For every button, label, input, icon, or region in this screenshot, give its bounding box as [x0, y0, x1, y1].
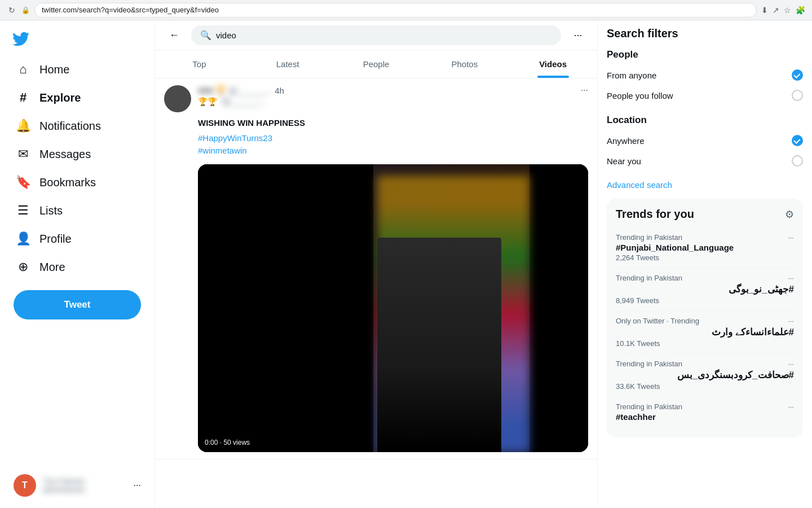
video-person-silhouette: [377, 238, 501, 452]
bookmark-star-icon[interactable]: ☆: [784, 6, 791, 15]
people-filter-title: People: [607, 49, 803, 60]
advanced-search-link[interactable]: Advanced search: [607, 180, 803, 190]
sidebar-item-notifications[interactable]: 🔔 Notifications: [7, 112, 148, 140]
trend-3-more[interactable]: ···: [788, 317, 794, 325]
tweet-extra-row: 🏆🏆 @______...: [198, 97, 574, 107]
people-filter-section: People From anyone People you follow: [607, 49, 803, 106]
tab-top[interactable]: Top: [155, 50, 244, 78]
radio-near-you[interactable]: [792, 155, 803, 167]
envelope-icon: ✉: [16, 147, 30, 161]
browser-actions: ⬇ ↗ ☆ 🧩: [761, 6, 805, 15]
back-button[interactable]: ←: [164, 25, 184, 45]
tweet-hashtags: #HappyWinTurns23 #winmetawin: [198, 132, 588, 157]
hashtag-2[interactable]: #winmetawin: [198, 146, 247, 155]
filter-people-you-follow-label: People you follow: [607, 91, 673, 100]
account-switcher-dots: ···: [134, 480, 141, 491]
trend-item-4[interactable]: Trending in Pakistan ··· #صحافت_کرودبسنگ…: [616, 354, 794, 397]
search-icon: 🔍: [200, 30, 211, 41]
trend-5-name: #teachher: [616, 412, 794, 422]
video-overlay-left: [198, 164, 373, 452]
tweet-button[interactable]: Tweet: [14, 290, 141, 319]
trend-item-3[interactable]: Only on Twitter · Trending ··· #علماءانس…: [616, 311, 794, 354]
trend-1-name: #Punjabi_National_Language: [616, 243, 794, 252]
browser-bar: ↻ 🔒 twitter.com/search?q=video&src=typed…: [0, 0, 812, 20]
sidebar-label-bookmarks: Bookmarks: [39, 176, 96, 189]
trend-5-more[interactable]: ···: [788, 402, 794, 411]
home-icon: ⌂: [16, 62, 30, 77]
twitter-logo[interactable]: [7, 25, 35, 53]
radio-people-you-follow[interactable]: [792, 90, 803, 101]
sidebar-item-more[interactable]: ⊕ More: [7, 253, 148, 281]
search-bar-container[interactable]: 🔍: [191, 25, 561, 45]
sidebar-label-messages: Messages: [39, 148, 91, 161]
trends-settings-icon[interactable]: ⚙: [785, 208, 794, 221]
trend-4-count: 33.6K Tweets: [616, 382, 794, 391]
tweet-text: WISHING WIN HAPPINESS #HappyWinTurns23 #…: [198, 117, 588, 157]
sidebar-item-bookmarks[interactable]: 🔖 Bookmarks: [7, 168, 148, 196]
search-header: ← 🔍 ···: [155, 20, 597, 50]
app-container: ⌂ Home # Explore 🔔 Notifications ✉ Messa…: [0, 20, 812, 508]
download-icon[interactable]: ⬇: [761, 6, 768, 15]
filter-people-you-follow[interactable]: People you follow: [607, 85, 803, 106]
sidebar-item-messages[interactable]: ✉ Messages: [7, 140, 148, 168]
trend-2-count: 8,949 Tweets: [616, 296, 794, 305]
sidebar-item-home[interactable]: ⌂ Home: [7, 55, 148, 84]
radio-anywhere[interactable]: [792, 135, 803, 146]
filter-near-you-label: Near you: [607, 156, 641, 166]
filter-from-anyone[interactable]: From anyone: [607, 65, 803, 85]
share-icon[interactable]: ↗: [773, 6, 779, 15]
user-account-switcher[interactable]: T The Follower @thefollower ···: [7, 467, 148, 503]
tab-videos[interactable]: Videos: [509, 50, 597, 78]
search-more-button[interactable]: ···: [568, 25, 588, 45]
trend-4-more[interactable]: ···: [788, 360, 794, 368]
user-handle-display: @thefollower: [43, 485, 86, 494]
trend-1-more[interactable]: ···: [788, 233, 794, 242]
more-circle-icon: ⊕: [16, 260, 30, 274]
video-timestamp: 0:00 · 50 views: [202, 437, 252, 448]
sidebar-item-profile[interactable]: 👤 Profile: [7, 225, 148, 253]
search-input[interactable]: [216, 30, 552, 40]
right-sidebar: Search filters People From anyone People…: [598, 20, 812, 508]
tweet-emoji-row: 🏆🏆: [198, 97, 217, 106]
list-icon: ☰: [16, 203, 30, 218]
bell-icon: 🔔: [16, 119, 30, 133]
tweet-main-text: WISHING WIN HAPPINESS: [198, 117, 588, 130]
tab-people[interactable]: People: [332, 50, 421, 78]
username-display: The Follower: [43, 477, 86, 485]
sidebar-item-lists[interactable]: ☰ Lists: [7, 196, 148, 225]
trend-item-1[interactable]: Trending in Pakistan ··· #Punjabi_Nation…: [616, 227, 794, 268]
tweet-video[interactable]: 0:00 · 50 views: [198, 164, 588, 452]
sidebar-label-more: More: [39, 261, 65, 274]
tweet-time: 4h: [275, 86, 284, 95]
tab-photos[interactable]: Photos: [420, 50, 509, 78]
bookmark-icon: 🔖: [16, 175, 30, 190]
filter-near-you[interactable]: Near you: [607, 151, 803, 171]
tweet-user-avatar[interactable]: [164, 85, 191, 112]
trend-item-5[interactable]: Trending in Pakistan ··· #teachher: [616, 397, 794, 428]
trend-1-count: 2,264 Tweets: [616, 253, 794, 262]
sidebar-label-notifications: Notifications: [39, 120, 101, 133]
main-content: ← 🔍 ··· Top Latest People Photos Videos: [155, 20, 598, 508]
reload-icon[interactable]: ↻: [7, 5, 17, 15]
trend-3-name: #علماءانساءکے وارث: [616, 326, 794, 338]
trend-3-count: 10.1K Tweets: [616, 339, 794, 348]
sidebar-label-explore: Explore: [39, 91, 81, 104]
trend-4-context: Trending in Pakistan ···: [616, 360, 794, 368]
filter-anywhere[interactable]: Anywhere: [607, 130, 803, 151]
person-icon: 👤: [16, 231, 30, 246]
trend-5-context: Trending in Pakistan ···: [616, 402, 794, 411]
extension-icon[interactable]: 🧩: [796, 6, 805, 15]
location-filter-section: Location Anywhere Near you: [607, 115, 803, 171]
tweet-more-button[interactable]: ···: [581, 85, 588, 95]
hashtag-1[interactable]: #HappyWinTurns23: [198, 133, 272, 143]
sidebar-item-explore[interactable]: # Explore: [7, 84, 148, 112]
trend-2-more[interactable]: ···: [788, 274, 794, 282]
url-bar[interactable]: twitter.com/search?q=video&src=typed_que…: [34, 3, 757, 17]
trend-item-2[interactable]: Trending in Pakistan ··· #جھٹی_نو_بوگی 8…: [616, 268, 794, 311]
trend-2-context: Trending in Pakistan ···: [616, 274, 794, 282]
search-tabs: Top Latest People Photos Videos: [155, 50, 597, 78]
filter-from-anyone-label: From anyone: [607, 71, 656, 80]
trends-section: Trends for you ⚙ Trending in Pakistan ··…: [607, 199, 803, 437]
tab-latest[interactable]: Latest: [244, 50, 332, 78]
radio-from-anyone[interactable]: [792, 69, 803, 81]
